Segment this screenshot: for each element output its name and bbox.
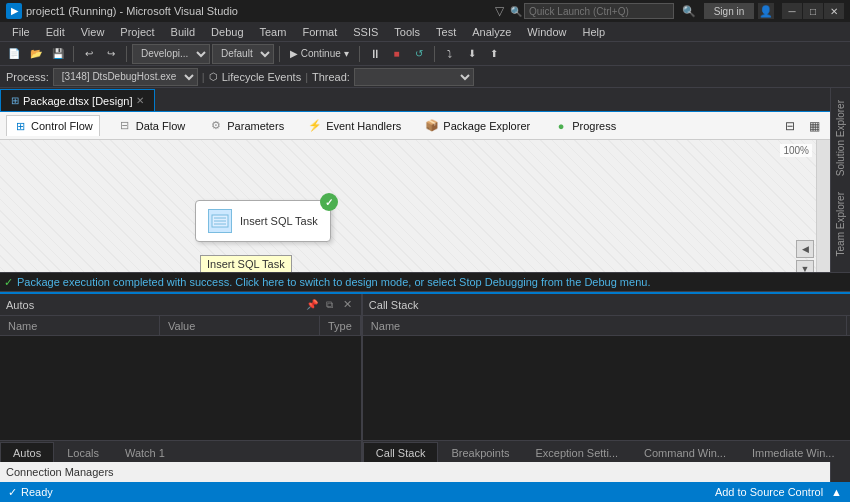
thread-dropdown[interactable] <box>354 68 474 86</box>
up-arrow-icon[interactable]: ▲ <box>831 486 842 498</box>
autos-tab-autos[interactable]: Autos <box>0 442 54 462</box>
menu-bar: File Edit View Project Build Debug Team … <box>0 22 850 42</box>
menu-test[interactable]: Test <box>428 24 464 40</box>
process-bar: Process: [3148] DtsDebugHost.exe | ⬡ Lif… <box>0 66 850 88</box>
connection-managers-bar: Connection Managers <box>0 460 830 482</box>
step-over-btn[interactable]: ⤵ <box>440 44 460 64</box>
account-icon[interactable]: 👤 <box>758 3 774 19</box>
autos-column-header: Name Value Type <box>0 316 361 336</box>
data-flow-label: Data Flow <box>136 120 186 132</box>
restart-btn[interactable]: ↺ <box>409 44 429 64</box>
content-area: ⊞ Package.dtsx [Design] ✕ ⊞ Control Flow… <box>0 88 850 482</box>
toolbar-sep-5 <box>434 46 435 62</box>
open-btn[interactable]: 📂 <box>26 44 46 64</box>
menu-project[interactable]: Project <box>112 24 162 40</box>
minimize-button[interactable]: ─ <box>782 3 802 19</box>
step-out-btn[interactable]: ⬆ <box>484 44 504 64</box>
ssis-toolbar: ⊞ Control Flow ⊟ Data Flow ⚙ Parameters … <box>0 112 830 140</box>
menu-tools[interactable]: Tools <box>386 24 428 40</box>
ssis-tab-parameters[interactable]: ⚙ Parameters <box>203 116 290 136</box>
menu-team[interactable]: Team <box>252 24 295 40</box>
bottom-panels: Autos 📌 ⧉ ✕ Name Value Type Autos Locals… <box>0 292 850 462</box>
menu-format[interactable]: Format <box>294 24 345 40</box>
parameters-icon: ⚙ <box>209 119 223 133</box>
lifecycle-label[interactable]: Lifecycle Events <box>222 71 301 83</box>
step-into-btn[interactable]: ⬇ <box>462 44 482 64</box>
call-stack-tab-breakpoints[interactable]: Breakpoints <box>438 442 522 462</box>
sidebar-tab-team-explorer[interactable]: Team Explorer <box>833 184 848 264</box>
process-sep2: | <box>305 71 308 83</box>
success-badge: ✓ <box>320 193 338 211</box>
doc-tab-close[interactable]: ✕ <box>136 95 144 106</box>
call-stack-panel: Call Stack 📌 ⧉ ✕ Name Language Call Stac… <box>363 294 850 462</box>
menu-view[interactable]: View <box>73 24 113 40</box>
toolbar: 📄 📂 💾 ↩ ↪ Developi... Default ▶ Continue… <box>0 42 850 66</box>
process-dropdown[interactable]: [3148] DtsDebugHost.exe <box>53 68 198 86</box>
menu-edit[interactable]: Edit <box>38 24 73 40</box>
ssis-btn-1[interactable]: ⊟ <box>780 116 800 136</box>
maximize-button[interactable]: □ <box>803 3 823 19</box>
info-success-icon: ✓ <box>4 276 13 289</box>
menu-help[interactable]: Help <box>574 24 613 40</box>
document-tab[interactable]: ⊞ Package.dtsx [Design] ✕ <box>0 89 155 111</box>
call-stack-col-lang: Language <box>847 316 850 335</box>
ssis-tab-package-explorer[interactable]: 📦 Package Explorer <box>419 116 536 136</box>
autos-tab-watch1[interactable]: Watch 1 <box>112 442 178 462</box>
progress-label: Progress <box>572 120 616 132</box>
ssis-task-insert-sql[interactable]: Insert SQL Task ✓ <box>195 200 331 242</box>
process-sep1: | <box>202 71 205 83</box>
autos-col-value: Value <box>160 316 320 335</box>
ready-icon: ✓ <box>8 486 17 499</box>
ssis-tab-control-flow[interactable]: ⊞ Control Flow <box>6 115 100 136</box>
ssis-tab-progress[interactable]: ● Progress <box>548 116 622 136</box>
zoom-indicator: 100% <box>780 144 812 157</box>
close-button[interactable]: ✕ <box>824 3 844 19</box>
toolbar-sep-1 <box>73 46 74 62</box>
search-btn-icon[interactable]: 🔍 <box>682 5 696 18</box>
call-stack-tab-immediate[interactable]: Immediate Win... <box>739 442 848 462</box>
call-stack-tab-command[interactable]: Command Win... <box>631 442 739 462</box>
ssis-tab-data-flow[interactable]: ⊟ Data Flow <box>112 116 192 136</box>
tooltip-text: Insert SQL Task <box>207 258 285 270</box>
stop-btn[interactable]: ■ <box>387 44 407 64</box>
info-bar-link[interactable]: Package execution completed with success… <box>17 276 650 288</box>
menu-build[interactable]: Build <box>163 24 203 40</box>
title-bar: ▶ project1 (Running) - Microsoft Visual … <box>0 0 850 22</box>
call-stack-tab-exception[interactable]: Exception Setti... <box>522 442 631 462</box>
canvas-nav-left[interactable]: ◀ <box>796 240 814 258</box>
ssis-btn-2[interactable]: ▦ <box>804 116 824 136</box>
autos-float-btn[interactable]: ⧉ <box>323 298 337 312</box>
task-label: Insert SQL Task <box>240 215 318 227</box>
control-flow-label: Control Flow <box>31 120 93 132</box>
ssis-tab-event-handlers[interactable]: ⚡ Event Handlers <box>302 116 407 136</box>
pause-btn[interactable]: ⏸ <box>365 44 385 64</box>
autos-header-actions: 📌 ⧉ ✕ <box>305 298 355 312</box>
new-project-btn[interactable]: 📄 <box>4 44 24 64</box>
status-ready: Ready <box>21 486 53 498</box>
solution-config-dropdown[interactable]: Developi... <box>132 44 210 64</box>
task-icon <box>208 209 232 233</box>
continue-btn[interactable]: ▶ Continue ▾ <box>285 44 354 64</box>
undo-btn[interactable]: ↩ <box>79 44 99 64</box>
autos-tab-locals[interactable]: Locals <box>54 442 112 462</box>
sign-in-button[interactable]: Sign in <box>704 3 754 19</box>
autos-close-btn[interactable]: ✕ <box>341 298 355 312</box>
menu-ssis[interactable]: SSIS <box>345 24 386 40</box>
autos-panel-header: Autos 📌 ⧉ ✕ <box>0 294 361 316</box>
redo-btn[interactable]: ↪ <box>101 44 121 64</box>
menu-analyze[interactable]: Analyze <box>464 24 519 40</box>
menu-debug[interactable]: Debug <box>203 24 251 40</box>
doc-tab-label: Package.dtsx [Design] <box>23 95 132 107</box>
call-stack-tab-callstack[interactable]: Call Stack <box>363 442 439 462</box>
platform-dropdown[interactable]: Default <box>212 44 274 64</box>
add-source-control[interactable]: Add to Source Control <box>715 486 823 498</box>
connection-managers-label[interactable]: Connection Managers <box>6 466 114 478</box>
autos-pin-btn[interactable]: 📌 <box>305 298 319 312</box>
menu-window[interactable]: Window <box>519 24 574 40</box>
autos-content <box>0 336 361 440</box>
quick-launch-input[interactable] <box>524 3 674 19</box>
menu-file[interactable]: File <box>4 24 38 40</box>
autos-tabs: Autos Locals Watch 1 <box>0 440 361 462</box>
save-btn[interactable]: 💾 <box>48 44 68 64</box>
sidebar-tab-solution-explorer[interactable]: Solution Explorer <box>833 92 848 184</box>
